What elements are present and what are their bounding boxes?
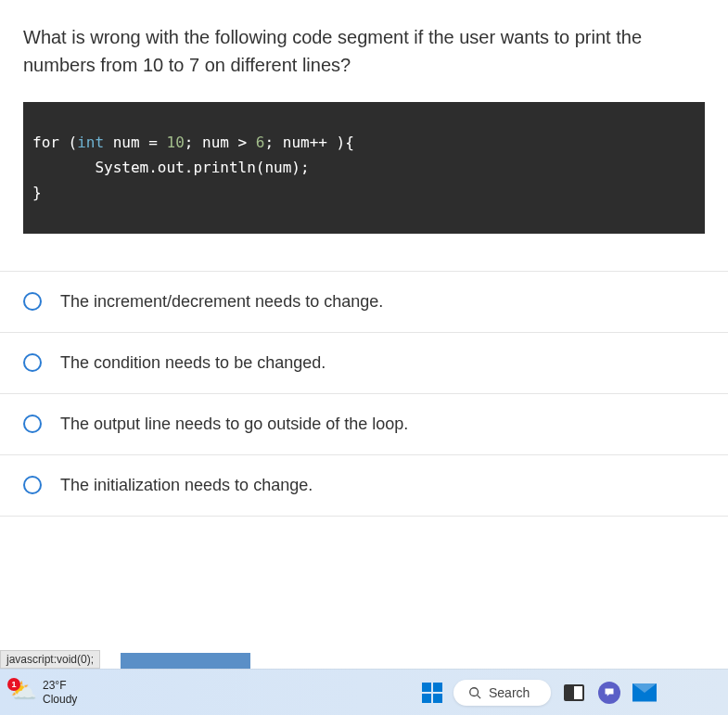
- answer-text: The increment/decrement needs to change.: [60, 292, 383, 312]
- weather-text: 23°F Cloudy: [43, 679, 77, 706]
- svg-line-1: [478, 695, 481, 698]
- radio-icon: [23, 415, 42, 433]
- mail-icon: [632, 683, 657, 702]
- answers-list: The increment/decrement needs to change.…: [0, 271, 728, 517]
- answer-option-4[interactable]: The initialization needs to change.: [0, 454, 728, 517]
- code-block: for (int num = 10; num > 6; num++ ){ Sys…: [23, 102, 705, 234]
- weather-icon: ⛅ 1: [9, 680, 35, 706]
- question-content: What is wrong with the following code se…: [0, 0, 728, 517]
- task-view-button[interactable]: [562, 681, 586, 705]
- code-line-1: for (int num = 10; num > 6; num++ ){: [32, 130, 696, 155]
- chat-bubble-icon: [604, 687, 615, 698]
- taskbar-center: Search: [422, 680, 657, 706]
- question-prompt: What is wrong with the following code se…: [23, 23, 705, 79]
- start-button[interactable]: [422, 683, 442, 703]
- svg-point-0: [470, 687, 479, 696]
- answer-option-2[interactable]: The condition needs to be changed.: [0, 332, 728, 393]
- notification-badge: 1: [7, 678, 20, 691]
- search-icon: [468, 686, 481, 699]
- search-box[interactable]: Search: [453, 680, 551, 706]
- answer-text: The output line needs to go outside of t…: [60, 415, 408, 434]
- answer-text: The initialization needs to change.: [60, 476, 313, 495]
- weather-widget[interactable]: ⛅ 1 23°F Cloudy: [9, 679, 77, 706]
- answer-text: The condition needs to be changed.: [60, 353, 326, 373]
- code-line-3: }: [32, 180, 696, 205]
- mail-button[interactable]: [632, 681, 657, 705]
- radio-icon: [23, 292, 42, 311]
- search-label: Search: [489, 685, 530, 700]
- radio-icon: [23, 353, 42, 372]
- radio-icon: [23, 476, 42, 494]
- browser-status-bar: javascript:void(0);: [0, 650, 100, 669]
- continue-button-partial[interactable]: [121, 653, 250, 670]
- answer-option-1[interactable]: The increment/decrement needs to change.: [0, 271, 728, 332]
- code-line-2: System.out.println(num);: [32, 155, 696, 180]
- chat-button[interactable]: [597, 681, 621, 705]
- windows-taskbar: ⛅ 1 23°F Cloudy Search: [0, 669, 728, 715]
- condition: Cloudy: [43, 693, 77, 706]
- temperature: 23°F: [43, 679, 77, 692]
- answer-option-3[interactable]: The output line needs to go outside of t…: [0, 393, 728, 454]
